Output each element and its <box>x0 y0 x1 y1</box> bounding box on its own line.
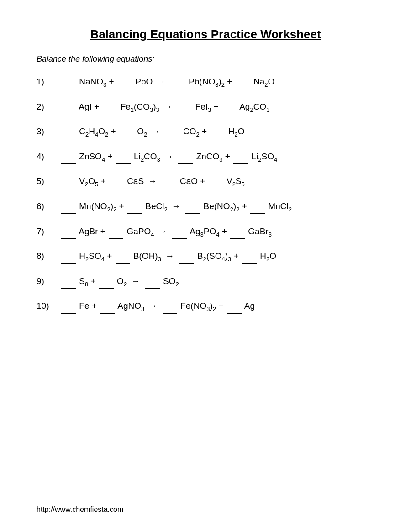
equation-content-7: AgBr + GaPO4 → Ag3PO4 + GaBr3 <box>60 225 374 240</box>
equation-number-7: 7) <box>37 225 60 238</box>
equation-item-9: 9) S8 + O2 → SO2 <box>37 274 374 290</box>
equation-item-10: 10) Fe + AgNO3 → Fe(NO3)2 + Ag <box>37 299 374 314</box>
equations-list: 1) NaNO3 + PbO → Pb(NO3)2 + Na2O2) AgI +… <box>37 75 374 314</box>
equation-content-9: S8 + O2 → SO2 <box>60 274 374 290</box>
equation-item-1: 1) NaNO3 + PbO → Pb(NO3)2 + Na2O <box>37 75 374 90</box>
page-title: Balancing Equations Practice Worksheet <box>37 27 374 42</box>
footer-url: http://www.chemfiesta.com <box>37 506 123 514</box>
equation-item-2: 2) AgI + Fe2(CO3)3 → FeI3 + Ag2CO3 <box>37 100 374 115</box>
equation-item-8: 8) H2SO4 + B(OH)3 → B2(SO4)3 + H2O <box>37 249 374 264</box>
equation-content-10: Fe + AgNO3 → Fe(NO3)2 + Ag <box>60 299 374 314</box>
equation-item-5: 5) V2O5 + CaS → CaO + V2S5 <box>37 174 374 190</box>
equation-content-8: H2SO4 + B(OH)3 → B2(SO4)3 + H2O <box>60 249 374 264</box>
instructions-text: Balance the following equations: <box>37 54 374 64</box>
equation-content-1: NaNO3 + PbO → Pb(NO3)2 + Na2O <box>60 75 374 90</box>
page: Balancing Equations Practice Worksheet B… <box>0 0 411 532</box>
equation-number-10: 10) <box>37 299 60 313</box>
equation-content-5: V2O5 + CaS → CaO + V2S5 <box>60 174 374 190</box>
equation-item-6: 6) Mn(NO2)2 + BeCl2 → Be(NO2)2 + MnCl2 <box>37 200 374 215</box>
equation-content-4: ZnSO4 + Li2CO3 → ZnCO3 + Li2SO4 <box>60 150 374 165</box>
equation-number-8: 8) <box>37 249 60 263</box>
equation-content-2: AgI + Fe2(CO3)3 → FeI3 + Ag2CO3 <box>60 100 374 115</box>
equation-number-6: 6) <box>37 200 60 213</box>
equation-number-9: 9) <box>37 274 60 288</box>
equation-number-1: 1) <box>37 75 60 89</box>
equation-content-6: Mn(NO2)2 + BeCl2 → Be(NO2)2 + MnCl2 <box>60 200 374 215</box>
equation-number-5: 5) <box>37 174 60 188</box>
equation-number-4: 4) <box>37 150 60 163</box>
equation-item-4: 4) ZnSO4 + Li2CO3 → ZnCO3 + Li2SO4 <box>37 150 374 165</box>
equation-item-7: 7) AgBr + GaPO4 → Ag3PO4 + GaBr3 <box>37 225 374 240</box>
equation-content-3: C2H4O2 + O2 → CO2 + H2O <box>60 125 374 140</box>
equation-number-2: 2) <box>37 100 60 114</box>
equation-item-3: 3) C2H4O2 + O2 → CO2 + H2O <box>37 125 374 140</box>
equation-number-3: 3) <box>37 125 60 138</box>
